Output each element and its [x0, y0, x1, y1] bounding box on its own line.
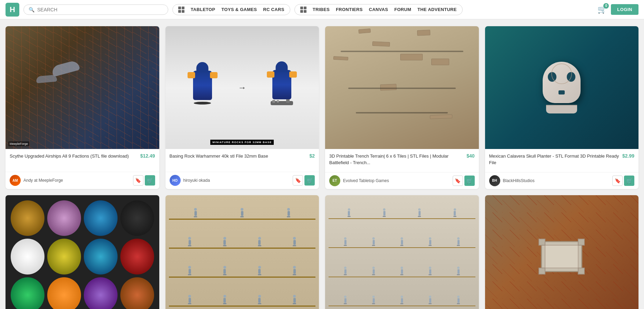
avatar: HO: [170, 175, 181, 186]
product-card[interactable]: Game Token Collection Set $5.99 TM Token…: [6, 195, 159, 309]
product-info: Basing Rock Warhammer 40k stl File 32mm …: [165, 149, 319, 172]
product-image: → MINIATURE ROCKS FOR 32MM BASE: [165, 26, 319, 149]
logo[interactable]: H: [6, 3, 19, 17]
search-icon: 🔍: [29, 7, 34, 12]
bookmark-button[interactable]: 🔖: [133, 175, 143, 186]
product-image-placeholder: [485, 26, 639, 149]
nav-forum[interactable]: FORUM: [394, 7, 411, 12]
footer-actions: 🔖 🛒: [133, 175, 155, 186]
avatar: BH: [489, 175, 500, 186]
add-to-cart-button[interactable]: 🛒: [304, 175, 315, 186]
product-image: [485, 195, 639, 309]
product-title: Mexican Calavera Skull Planter - STL For…: [489, 153, 622, 166]
product-price: $2: [309, 153, 315, 159]
product-image: [165, 195, 319, 309]
add-to-cart-button[interactable]: 🛒: [145, 175, 155, 186]
product-title-price-row: Mexican Calavera Skull Planter - STL For…: [489, 153, 635, 169]
product-title-price-row: Scythe Upgraded Airships All 9 Factions …: [10, 153, 155, 169]
product-card[interactable]: 3D Printable Trench Terrain| 6 x 6 Tiles…: [325, 26, 479, 189]
add-to-cart-button[interactable]: 🛒: [624, 176, 634, 186]
product-image: [325, 26, 479, 149]
product-image-placeholder: → MINIATURE ROCKS FOR 32MM BASE: [165, 26, 319, 149]
product-card[interactable]: Mexican Calavera Skull Planter - STL For…: [485, 26, 639, 189]
product-image: [485, 26, 639, 149]
product-price: $12.49: [140, 153, 155, 159]
nav-adventure[interactable]: THE ADVENTURE: [417, 7, 457, 12]
product-footer: AM Andy at MeepleForge 🔖 🛒: [6, 172, 159, 189]
product-grid: MeepleForge Scythe Upgraded Airships All…: [6, 26, 638, 309]
bookmark-button[interactable]: 🔖: [453, 176, 463, 186]
nav-frontiers[interactable]: FRONTIERS: [336, 7, 363, 12]
cart-count: 0: [603, 3, 609, 9]
bookmark-button[interactable]: 🔖: [293, 175, 303, 186]
product-footer: BH BlackHillsStudios 🔖 🛒: [485, 172, 639, 189]
header-right: 🛒 0 LOGIN: [597, 4, 638, 15]
product-footer: HO hiroyuki okada 🔖 🛒: [165, 172, 319, 189]
nav-tabletop[interactable]: TABLETOP: [191, 7, 215, 12]
add-to-cart-button[interactable]: 🛒: [464, 176, 475, 186]
product-title: 3D Printable Trench Terrain| 6 x 6 Tiles…: [329, 153, 466, 166]
nav-canvas[interactable]: CANVAS: [369, 7, 388, 12]
logo-icon: H: [10, 5, 15, 14]
seller-name: Andy at MeepleForge: [23, 178, 130, 183]
seller-name: BlackHillsStudios: [503, 178, 610, 183]
product-image: [6, 195, 159, 309]
product-price: $40: [466, 153, 474, 159]
product-card[interactable]: Desert Fortress Modular Terrain - Board …: [485, 195, 639, 309]
seller-name: hiroyuki okada: [183, 178, 290, 183]
product-image-placeholder: [485, 195, 639, 309]
footer-actions: 🔖 🛒: [293, 175, 315, 186]
product-footer: ET Evolved Tabletop Games 🔖 🛒: [325, 172, 479, 189]
nav-tribes[interactable]: TRIBES: [313, 7, 330, 12]
product-image-placeholder: [6, 195, 159, 309]
avatar: AM: [10, 175, 21, 186]
product-card[interactable]: → MINIATURE ROCKS FOR 32MM BASE Basing R…: [165, 26, 319, 189]
product-title: Basing Rock Warhammer 40k stl File 32mm …: [170, 153, 268, 166]
product-card[interactable]: MeepleForge Scythe Upgraded Airships All…: [6, 26, 159, 189]
avatar: ET: [329, 175, 340, 186]
product-image: MeepleForge: [6, 26, 159, 149]
secondary-nav: TRIBES FRONTIERS CANVAS FORUM THE ADVENT…: [294, 4, 463, 15]
product-image-placeholder: [165, 195, 319, 309]
header: H 🔍 TABLETOP TOYS & GAMES RC CARS TRIBES…: [0, 0, 644, 19]
bookmark-button[interactable]: 🔖: [612, 176, 623, 186]
primary-nav: TABLETOP TOYS & GAMES RC CARS: [172, 4, 290, 15]
seller-name: Evolved Tabletop Games: [343, 178, 450, 183]
product-price: $2.99: [622, 153, 634, 159]
grid-icon-2: [300, 7, 306, 13]
footer-actions: 🔖 🛒: [453, 176, 475, 186]
product-image-placeholder: [325, 26, 479, 149]
product-info: 3D Printable Trench Terrain| 6 x 6 Tiles…: [325, 149, 479, 172]
product-card[interactable]: 28mm Sci-Fi Soldier Miniatures - Full Sq…: [325, 195, 479, 309]
search-bar[interactable]: 🔍: [23, 4, 168, 15]
product-info: Scythe Upgraded Airships All 9 Factions …: [6, 149, 159, 172]
main-content: MeepleForge Scythe Upgraded Airships All…: [0, 19, 644, 309]
nav-toys-games[interactable]: TOYS & GAMES: [221, 7, 257, 12]
product-title-price-row: 3D Printable Trench Terrain| 6 x 6 Tiles…: [329, 153, 475, 169]
product-title-price-row: Basing Rock Warhammer 40k stl File 32mm …: [170, 153, 315, 169]
grid-icon: [178, 7, 184, 13]
product-image-placeholder: MeepleForge: [6, 26, 159, 149]
product-info: Mexican Calavera Skull Planter - STL For…: [485, 149, 639, 172]
product-title: Scythe Upgraded Airships All 9 Factions …: [10, 153, 129, 166]
product-image: [325, 195, 479, 309]
search-input[interactable]: [37, 7, 163, 12]
product-image-placeholder: [325, 195, 479, 309]
product-card[interactable]: Modern Infantry Squad - 20 Miniatures ST…: [165, 195, 319, 309]
footer-actions: 🔖 🛒: [612, 176, 634, 186]
nav-rc-cars[interactable]: RC CARS: [263, 7, 284, 12]
cart-icon-wrap[interactable]: 🛒 0: [597, 5, 607, 14]
login-button[interactable]: LOGIN: [611, 4, 638, 15]
